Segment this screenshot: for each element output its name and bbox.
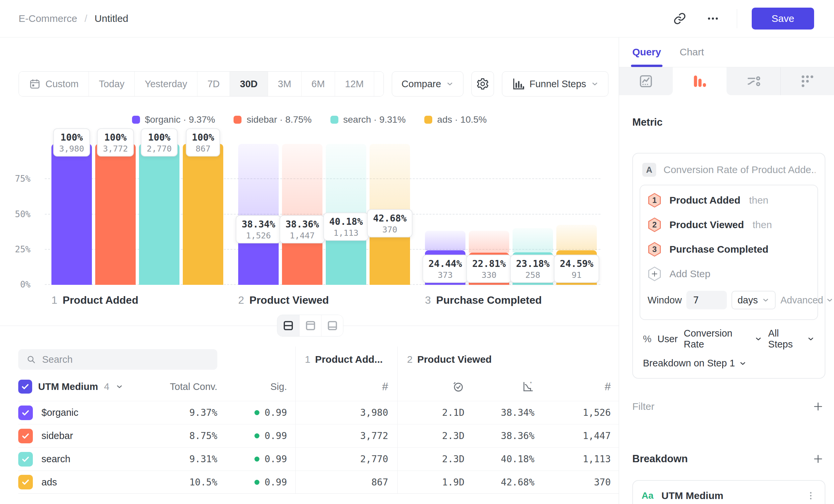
compare-button[interactable]: Compare (392, 71, 463, 96)
pv-count-header[interactable]: # (542, 372, 619, 401)
legend-item[interactable]: ads · 10.5% (424, 114, 487, 125)
range-custom[interactable]: Custom (19, 72, 89, 96)
query-step-row[interactable]: 2Product Viewedthen (640, 212, 817, 237)
step-label[interactable]: 2Product Viewed (238, 294, 410, 306)
step-label[interactable]: 3Purchase Completed (425, 294, 597, 306)
breakdown-heading: Breakdown (632, 453, 688, 465)
funnel-bar[interactable]: 24.44%373 (425, 144, 465, 285)
range-xtd[interactable]: XTD (374, 72, 384, 96)
chart-type-retention[interactable] (780, 67, 834, 95)
pv-time-header[interactable] (397, 372, 471, 401)
step-number: 1 (51, 294, 58, 306)
step-label[interactable]: 1Product Added (51, 294, 223, 306)
y-axis: 0%25%50%75% (0, 144, 37, 285)
layout-chart-only-button[interactable] (299, 315, 321, 336)
more-options-button[interactable] (704, 9, 722, 28)
measure-entity[interactable]: User (658, 334, 678, 344)
bar-count-label: 2,770 (147, 144, 172, 154)
bar-count-label: 1,526 (242, 231, 275, 240)
legend-item[interactable]: search · 9.31% (330, 114, 406, 125)
measure-scope[interactable]: All Steps (768, 328, 815, 350)
funnel-bar[interactable]: 40.18%1,113 (326, 144, 366, 285)
view-selector-button[interactable]: Funnel Steps (502, 71, 609, 96)
funnel-bar[interactable]: 38.36%1,447 (282, 144, 323, 285)
split-bottom-icon (326, 320, 338, 331)
pv-rate-header[interactable] (471, 372, 542, 401)
bar-pct-label: 22.81% (472, 258, 506, 269)
bar-pct-label: 40.18% (329, 216, 363, 227)
funnel-bar[interactable]: 100%867 (183, 144, 223, 285)
chart-settings-button[interactable] (471, 71, 494, 96)
range-30d[interactable]: 30D (230, 72, 268, 96)
range-3m[interactable]: 3M (268, 72, 302, 96)
select-all-checkbox[interactable] (18, 380, 32, 394)
total-conv-header[interactable]: Total Conv. (168, 372, 234, 401)
funnel-bar[interactable]: 24.59%91 (556, 144, 597, 285)
pv-time-cell: 1.9D (397, 471, 471, 494)
add-breakdown-button[interactable] (811, 452, 826, 466)
legend-item[interactable]: $organic · 9.37% (132, 114, 215, 125)
sig-header[interactable]: Sig. (234, 372, 295, 401)
breakdown-count: 4 (104, 381, 109, 392)
range-7d[interactable]: 7D (197, 72, 230, 96)
add-step-row[interactable]: Add Step (640, 261, 817, 286)
funnel-bar[interactable]: 22.81%330 (469, 144, 509, 285)
funnel-bar[interactable]: 100%3,772 (95, 144, 136, 285)
row-checkbox[interactable] (18, 406, 33, 420)
bar-fill (51, 144, 92, 285)
compare-label: Compare (401, 78, 441, 90)
pa-count-header[interactable]: # (295, 372, 397, 401)
range-yesterday[interactable]: Yesterday (135, 72, 197, 96)
copy-link-button[interactable] (671, 9, 689, 28)
funnel-bar[interactable]: 100%2,770 (139, 144, 179, 285)
advanced-toggle[interactable]: Advanced (780, 295, 834, 306)
row-checkbox[interactable] (18, 452, 33, 466)
report-title[interactable]: Untitled (94, 13, 128, 24)
layout-table-only-button[interactable] (321, 315, 343, 336)
row-checkbox[interactable] (18, 475, 33, 489)
breakdown-item-card[interactable]: Aa UTM Medium (632, 480, 826, 504)
breakdown-section: Breakdown (632, 452, 826, 466)
breakdown-item-menu-button[interactable] (803, 488, 819, 504)
window-value-input[interactable] (686, 291, 727, 310)
app-header: E-Commerce / Untitled Save (0, 0, 834, 38)
chevron-down-icon[interactable] (115, 383, 124, 391)
breakdown-property-name[interactable]: UTM Medium (38, 381, 98, 392)
tab-query[interactable]: Query (632, 46, 661, 67)
window-unit-value: days (738, 295, 758, 306)
tab-chart[interactable]: Chart (680, 46, 704, 67)
step1-label: Product Add... (315, 354, 383, 365)
layout-split-button[interactable] (277, 315, 299, 336)
save-button[interactable]: Save (752, 8, 814, 29)
query-step-row[interactable]: 3Purchase Completed (640, 237, 817, 261)
breadcrumb-board[interactable]: E-Commerce (19, 13, 77, 24)
window-unit-select[interactable]: days (731, 291, 776, 310)
pv-rate-cell: 40.18% (471, 447, 542, 471)
measure-metric[interactable]: Conversion Rate (684, 328, 762, 350)
row-checkbox[interactable] (18, 429, 33, 443)
funnel-bar[interactable]: 38.34%1,526 (238, 144, 279, 285)
chart-type-funnels[interactable] (673, 67, 726, 95)
pv-count-cell: 1,113 (542, 447, 619, 471)
query-step-row[interactable]: 1Product Addedthen (640, 188, 817, 212)
breakdown-on-step-row[interactable]: Breakdown on Step 1 (640, 351, 818, 371)
table-search[interactable] (18, 349, 217, 370)
advanced-label: Advanced (780, 295, 823, 306)
sig-dot (255, 410, 259, 415)
legend-item[interactable]: sidebar · 8.75% (234, 114, 311, 125)
range-6m[interactable]: 6M (302, 72, 335, 96)
chart-type-insights[interactable] (619, 67, 673, 95)
funnel-bar[interactable]: 42.68%370 (370, 144, 410, 285)
funnel-bar[interactable]: 100%3,980 (51, 144, 92, 285)
add-filter-button[interactable] (811, 399, 826, 414)
chart-type-flows[interactable] (726, 67, 780, 95)
y-tick-label: 75% (15, 174, 30, 184)
metric-title-row[interactable]: A Conversion Rate of Product Adde... (640, 161, 818, 185)
pv-rate-cell: 38.34% (471, 401, 542, 424)
range-today[interactable]: Today (89, 72, 135, 96)
query-steps: 1Product Addedthen2Product Viewedthen3Pu… (640, 188, 817, 261)
search-input[interactable] (42, 354, 209, 365)
string-type-tag: Aa (642, 490, 654, 501)
funnel-bar[interactable]: 23.18%258 (512, 144, 553, 285)
range-12m[interactable]: 12M (335, 72, 374, 96)
